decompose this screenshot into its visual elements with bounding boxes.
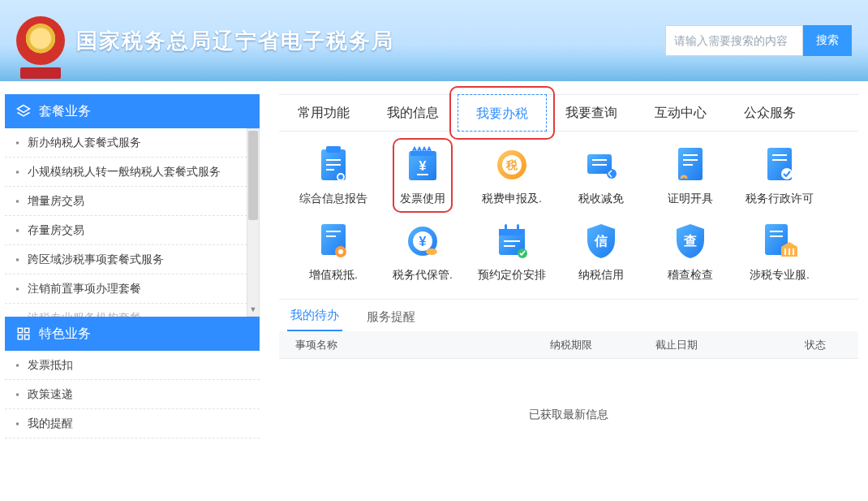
cell-zonghexinxi[interactable]: 综合信息报告 [289,146,378,206]
cell-label: 增值税抵. [289,268,378,283]
svg-text:¥: ¥ [419,235,427,248]
coin-icon: 税 [493,146,531,184]
col-zhuangtai: 状态 [733,338,858,352]
svg-rect-25 [683,164,693,166]
sidebar-item[interactable]: 注销前置事项办理套餐 [5,274,260,304]
sidebar-item[interactable]: 我的提醒 [5,409,260,438]
main: 套餐业务 新办纳税人套餐式服务 小规模纳税人转一般纳税人套餐式服务 增量房交易 … [0,81,868,438]
shield-xin-icon: 信 [582,222,620,260]
sidebar-item[interactable]: 小规模纳税人转一般纳税人套餐式服务 [5,158,260,187]
sidebar-item[interactable]: 涉税专业服务机构套餐 [5,304,260,317]
cell-fapiaoshiyong[interactable]: ¥ 发票使用 [378,146,467,206]
scrollbar[interactable]: ▲ ▼ [247,128,260,317]
tab-gongzhongfuwu[interactable]: 公众服务 [725,94,814,132]
svg-rect-43 [504,240,520,242]
grid-icon [16,326,31,341]
sidebar-item-label: 发票抵扣 [28,358,73,373]
cell-shuishoujianmian[interactable]: 税收减免 [556,146,646,206]
tab-woyaochaxun[interactable]: 我要查询 [547,94,636,132]
sidebar-item[interactable]: 新办纳税人套餐式服务 [5,128,260,158]
doc-icon [672,146,709,184]
cell-shuifeishenbao[interactable]: 税 税费申报及. [467,146,556,206]
svg-rect-28 [772,159,787,161]
sidebar-section-title: 特色业务 [39,326,91,343]
svg-rect-2 [25,328,29,332]
sidebar-item[interactable]: 跨区域涉税事项套餐式服务 [5,245,260,274]
svg-rect-31 [326,231,341,232]
cell-jichajiancha[interactable]: 查 稽查检查 [646,222,735,283]
svg-rect-40 [499,229,525,235]
svg-rect-6 [326,146,341,153]
cell-label: 发票使用 [378,192,467,206]
sidebar-item[interactable]: 发票抵扣 [5,351,260,380]
sidebar-list-special: 发票抵扣 政策速递 我的提醒 [5,351,260,438]
sidebar-section-header-package[interactable]: 套餐业务 [5,94,260,128]
cell-label: 税收减免 [556,192,646,206]
col-shixiangmingcheng: 事项名称 [279,338,522,352]
tab-changyong[interactable]: 常用功能 [279,94,368,132]
sidebar: 套餐业务 新办纳税人套餐式服务 小规模纳税人转一般纳税人套餐式服务 增量房交易 … [0,94,260,438]
cell-sheshuizhuanye[interactable]: 涉税专业服. [735,222,824,283]
search-input[interactable] [665,25,803,56]
svg-rect-24 [683,159,698,161]
sidebar-section-title: 套餐业务 [39,103,91,120]
calendar-icon [493,222,531,260]
svg-rect-51 [784,248,786,255]
sidebar-item[interactable]: 存量房交易 [5,216,260,245]
svg-text:¥: ¥ [419,159,427,173]
scroll-thumb[interactable] [248,131,258,220]
svg-rect-7 [326,159,341,161]
sidebar-section-header-special[interactable]: 特色业务 [5,317,260,351]
tab-wodexinxi[interactable]: 我的信息 [368,94,458,132]
cell-nashuixinyong[interactable]: 信 纳税信用 [556,222,646,283]
sidebar-item-label: 注销前置事项办理套餐 [28,282,141,296]
svg-point-38 [426,248,437,255]
search-button[interactable]: 搜索 [803,25,852,56]
coin2-icon: ¥ [404,222,441,260]
layers-icon [16,104,31,119]
svg-rect-52 [789,248,790,255]
svg-rect-32 [326,235,336,237]
sidebar-item-label: 涉税专业服务机构套餐 [28,311,141,317]
shield-cha-icon: 查 [672,222,709,260]
approve-icon [761,146,798,184]
svg-rect-49 [770,231,783,232]
gear-doc-icon [315,222,352,260]
cell-shuiwuxingzheng[interactable]: 税务行政许可 [735,146,824,206]
invoice-icon: ¥ [404,146,441,184]
sidebar-item[interactable]: 增量房交易 [5,187,260,216]
sidebar-item[interactable]: 政策速递 [5,380,260,409]
cell-yuyuedingjia[interactable]: 预约定价安排 [467,222,556,283]
subtab-fuwutixing[interactable]: 服务提醒 [363,309,419,331]
subtab-wodedaiban[interactable]: 我的待办 [287,308,342,331]
svg-rect-41 [505,224,507,232]
ticket-icon [582,146,620,184]
tab-woyaobanshui[interactable]: 我要办税 [458,94,547,132]
cell-label: 税务行政许可 [735,192,824,206]
svg-rect-50 [770,235,783,237]
svg-rect-42 [517,224,519,232]
cell-shuiwudaibaoguan[interactable]: ¥ 税务代保管. [378,222,467,283]
cell-label: 综合信息报告 [289,192,378,206]
scroll-down-button[interactable]: ▼ [247,303,259,316]
svg-text:信: 信 [594,234,608,248]
svg-rect-8 [326,164,341,166]
svg-rect-53 [793,248,794,255]
bank-icon [761,222,798,260]
svg-rect-3 [18,335,22,339]
cell-zengzhishui[interactable]: 增值税抵. [289,222,378,283]
sidebar-item-label: 我的提醒 [28,417,73,431]
svg-rect-44 [504,245,515,247]
cell-label: 税务代保管. [378,268,467,283]
svg-marker-0 [18,106,30,113]
status-message: 已获取最新信息 [279,359,858,422]
svg-rect-1 [18,328,22,332]
cell-zhengmingkaiju[interactable]: 证明开具 [646,146,735,206]
svg-point-29 [781,168,793,179]
grid-row: 综合信息报告 ¥ 发票使用 税 税费申报及. [289,146,858,206]
banner-left: 国家税务总局辽宁省电子税务局 [16,16,394,65]
header-banner: 国家税务总局辽宁省电子税务局 搜索 [0,0,868,81]
svg-text:税: 税 [505,158,518,171]
svg-text:查: 查 [683,234,697,248]
tab-hudongzhongxin[interactable]: 互动中心 [636,94,725,132]
